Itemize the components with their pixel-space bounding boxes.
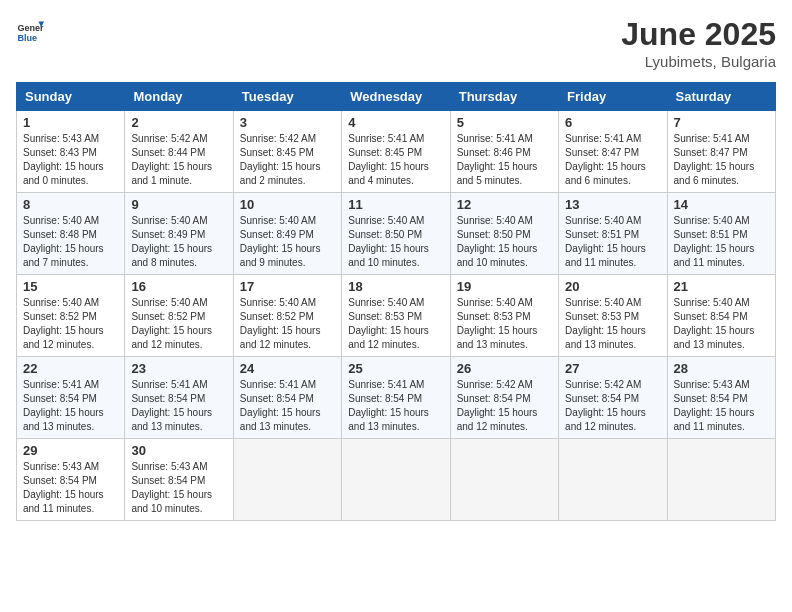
day-number: 25	[348, 361, 443, 376]
header-wednesday: Wednesday	[342, 83, 450, 111]
day-number: 30	[131, 443, 226, 458]
calendar-cell: 10Sunrise: 5:40 AMSunset: 8:49 PMDayligh…	[233, 193, 341, 275]
day-number: 20	[565, 279, 660, 294]
day-number: 2	[131, 115, 226, 130]
location-title: Lyubimets, Bulgaria	[621, 53, 776, 70]
calendar-cell: 16Sunrise: 5:40 AMSunset: 8:52 PMDayligh…	[125, 275, 233, 357]
calendar-cell: 3Sunrise: 5:42 AMSunset: 8:45 PMDaylight…	[233, 111, 341, 193]
week-row-5: 29Sunrise: 5:43 AMSunset: 8:54 PMDayligh…	[17, 439, 776, 521]
day-number: 13	[565, 197, 660, 212]
header-thursday: Thursday	[450, 83, 558, 111]
calendar-cell: 19Sunrise: 5:40 AMSunset: 8:53 PMDayligh…	[450, 275, 558, 357]
day-info: Sunrise: 5:40 AMSunset: 8:49 PMDaylight:…	[240, 214, 335, 270]
day-info: Sunrise: 5:40 AMSunset: 8:53 PMDaylight:…	[457, 296, 552, 352]
month-title: June 2025	[621, 16, 776, 53]
day-number: 8	[23, 197, 118, 212]
day-info: Sunrise: 5:41 AMSunset: 8:47 PMDaylight:…	[565, 132, 660, 188]
day-number: 26	[457, 361, 552, 376]
day-number: 29	[23, 443, 118, 458]
day-info: Sunrise: 5:43 AMSunset: 8:54 PMDaylight:…	[23, 460, 118, 516]
day-info: Sunrise: 5:41 AMSunset: 8:54 PMDaylight:…	[348, 378, 443, 434]
calendar-cell: 22Sunrise: 5:41 AMSunset: 8:54 PMDayligh…	[17, 357, 125, 439]
header-friday: Friday	[559, 83, 667, 111]
calendar-cell: 12Sunrise: 5:40 AMSunset: 8:50 PMDayligh…	[450, 193, 558, 275]
calendar-cell: 25Sunrise: 5:41 AMSunset: 8:54 PMDayligh…	[342, 357, 450, 439]
day-info: Sunrise: 5:41 AMSunset: 8:54 PMDaylight:…	[23, 378, 118, 434]
day-number: 15	[23, 279, 118, 294]
calendar-cell: 26Sunrise: 5:42 AMSunset: 8:54 PMDayligh…	[450, 357, 558, 439]
day-number: 11	[348, 197, 443, 212]
day-number: 10	[240, 197, 335, 212]
calendar-cell: 13Sunrise: 5:40 AMSunset: 8:51 PMDayligh…	[559, 193, 667, 275]
calendar-cell: 11Sunrise: 5:40 AMSunset: 8:50 PMDayligh…	[342, 193, 450, 275]
calendar-cell	[559, 439, 667, 521]
calendar-cell: 2Sunrise: 5:42 AMSunset: 8:44 PMDaylight…	[125, 111, 233, 193]
calendar-cell: 8Sunrise: 5:40 AMSunset: 8:48 PMDaylight…	[17, 193, 125, 275]
header-sunday: Sunday	[17, 83, 125, 111]
day-info: Sunrise: 5:40 AMSunset: 8:50 PMDaylight:…	[348, 214, 443, 270]
calendar-cell: 23Sunrise: 5:41 AMSunset: 8:54 PMDayligh…	[125, 357, 233, 439]
calendar-cell	[233, 439, 341, 521]
day-info: Sunrise: 5:42 AMSunset: 8:54 PMDaylight:…	[457, 378, 552, 434]
day-number: 18	[348, 279, 443, 294]
calendar-cell: 29Sunrise: 5:43 AMSunset: 8:54 PMDayligh…	[17, 439, 125, 521]
day-info: Sunrise: 5:41 AMSunset: 8:45 PMDaylight:…	[348, 132, 443, 188]
day-number: 6	[565, 115, 660, 130]
day-number: 16	[131, 279, 226, 294]
day-info: Sunrise: 5:40 AMSunset: 8:51 PMDaylight:…	[674, 214, 769, 270]
svg-text:Blue: Blue	[17, 33, 37, 43]
calendar-cell: 1Sunrise: 5:43 AMSunset: 8:43 PMDaylight…	[17, 111, 125, 193]
day-info: Sunrise: 5:41 AMSunset: 8:54 PMDaylight:…	[240, 378, 335, 434]
logo: General Blue	[16, 16, 44, 44]
day-number: 27	[565, 361, 660, 376]
day-number: 12	[457, 197, 552, 212]
logo-icon: General Blue	[16, 16, 44, 44]
day-number: 17	[240, 279, 335, 294]
day-info: Sunrise: 5:40 AMSunset: 8:52 PMDaylight:…	[23, 296, 118, 352]
day-info: Sunrise: 5:42 AMSunset: 8:54 PMDaylight:…	[565, 378, 660, 434]
calendar-cell	[342, 439, 450, 521]
day-info: Sunrise: 5:43 AMSunset: 8:54 PMDaylight:…	[131, 460, 226, 516]
day-info: Sunrise: 5:40 AMSunset: 8:48 PMDaylight:…	[23, 214, 118, 270]
day-info: Sunrise: 5:40 AMSunset: 8:53 PMDaylight:…	[565, 296, 660, 352]
calendar-cell: 6Sunrise: 5:41 AMSunset: 8:47 PMDaylight…	[559, 111, 667, 193]
day-info: Sunrise: 5:43 AMSunset: 8:54 PMDaylight:…	[674, 378, 769, 434]
day-info: Sunrise: 5:40 AMSunset: 8:52 PMDaylight:…	[240, 296, 335, 352]
day-info: Sunrise: 5:40 AMSunset: 8:54 PMDaylight:…	[674, 296, 769, 352]
week-row-4: 22Sunrise: 5:41 AMSunset: 8:54 PMDayligh…	[17, 357, 776, 439]
day-number: 21	[674, 279, 769, 294]
day-number: 14	[674, 197, 769, 212]
day-info: Sunrise: 5:40 AMSunset: 8:53 PMDaylight:…	[348, 296, 443, 352]
header-monday: Monday	[125, 83, 233, 111]
day-number: 1	[23, 115, 118, 130]
day-info: Sunrise: 5:40 AMSunset: 8:52 PMDaylight:…	[131, 296, 226, 352]
day-info: Sunrise: 5:41 AMSunset: 8:46 PMDaylight:…	[457, 132, 552, 188]
calendar-cell: 18Sunrise: 5:40 AMSunset: 8:53 PMDayligh…	[342, 275, 450, 357]
day-info: Sunrise: 5:42 AMSunset: 8:45 PMDaylight:…	[240, 132, 335, 188]
header-tuesday: Tuesday	[233, 83, 341, 111]
calendar-table: Sunday Monday Tuesday Wednesday Thursday…	[16, 82, 776, 521]
week-row-2: 8Sunrise: 5:40 AMSunset: 8:48 PMDaylight…	[17, 193, 776, 275]
calendar-cell: 27Sunrise: 5:42 AMSunset: 8:54 PMDayligh…	[559, 357, 667, 439]
weekday-header-row: Sunday Monday Tuesday Wednesday Thursday…	[17, 83, 776, 111]
calendar-cell: 7Sunrise: 5:41 AMSunset: 8:47 PMDaylight…	[667, 111, 775, 193]
calendar-cell: 24Sunrise: 5:41 AMSunset: 8:54 PMDayligh…	[233, 357, 341, 439]
calendar-cell: 9Sunrise: 5:40 AMSunset: 8:49 PMDaylight…	[125, 193, 233, 275]
calendar-cell: 20Sunrise: 5:40 AMSunset: 8:53 PMDayligh…	[559, 275, 667, 357]
title-area: June 2025 Lyubimets, Bulgaria	[621, 16, 776, 70]
day-number: 22	[23, 361, 118, 376]
day-info: Sunrise: 5:41 AMSunset: 8:47 PMDaylight:…	[674, 132, 769, 188]
day-number: 7	[674, 115, 769, 130]
calendar-cell: 17Sunrise: 5:40 AMSunset: 8:52 PMDayligh…	[233, 275, 341, 357]
day-number: 19	[457, 279, 552, 294]
page-header: General Blue June 2025 Lyubimets, Bulgar…	[16, 16, 776, 70]
day-info: Sunrise: 5:42 AMSunset: 8:44 PMDaylight:…	[131, 132, 226, 188]
day-number: 5	[457, 115, 552, 130]
day-number: 23	[131, 361, 226, 376]
week-row-3: 15Sunrise: 5:40 AMSunset: 8:52 PMDayligh…	[17, 275, 776, 357]
day-number: 9	[131, 197, 226, 212]
day-info: Sunrise: 5:40 AMSunset: 8:49 PMDaylight:…	[131, 214, 226, 270]
calendar-cell: 14Sunrise: 5:40 AMSunset: 8:51 PMDayligh…	[667, 193, 775, 275]
day-number: 4	[348, 115, 443, 130]
day-info: Sunrise: 5:40 AMSunset: 8:51 PMDaylight:…	[565, 214, 660, 270]
